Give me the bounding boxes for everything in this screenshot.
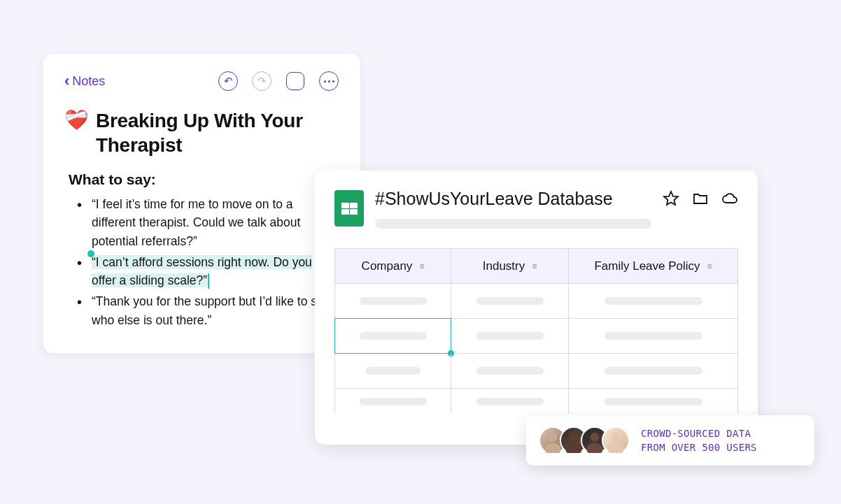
cloud-icon <box>721 190 738 207</box>
spreadsheet-grid[interactable]: Company≡ Industry≡ Family Leave Policy≡ <box>334 248 738 414</box>
cell-placeholder <box>476 367 544 375</box>
table-row[interactable] <box>335 319 737 354</box>
folder-icon <box>692 190 709 207</box>
sheet-menubar-placeholder <box>375 219 651 229</box>
cell-placeholder <box>605 297 702 305</box>
column-header-label: Company <box>362 259 413 273</box>
column-header-label: Industry <box>483 259 525 273</box>
table-row[interactable] <box>335 389 737 414</box>
selected-cell[interactable] <box>335 319 451 353</box>
ellipsis-icon <box>319 71 339 91</box>
svg-point-6 <box>586 443 602 453</box>
undo-button[interactable]: ↶ <box>218 71 239 92</box>
bullet-text: “I feel it’s time for me to move on to a… <box>92 195 339 250</box>
bullet-text-selected: “I can’t afford sessions right now. Do y… <box>92 253 339 290</box>
list-item[interactable]: “Thank you for the support but I’d like … <box>71 292 339 329</box>
note-title: ❤️‍🩹 Breaking Up With Your Therapist <box>64 108 339 157</box>
star-button[interactable] <box>663 190 679 207</box>
column-header-label: Family Leave Policy <box>594 259 700 273</box>
cell-placeholder <box>366 367 420 375</box>
svg-point-8 <box>607 443 623 453</box>
list-item[interactable]: “I can’t afford sessions right now. Do y… <box>71 253 339 290</box>
chevron-left-icon: ‹ <box>64 73 69 89</box>
note-title-text[interactable]: Breaking Up With Your Therapist <box>96 108 339 157</box>
sheet-title[interactable]: #ShowUsYourLeave Database <box>375 189 651 209</box>
text-caret-icon <box>208 273 209 289</box>
column-header-industry[interactable]: Industry≡ <box>451 249 569 283</box>
sheet-header: #ShowUsYourLeave Database <box>334 189 738 229</box>
svg-point-4 <box>565 443 581 453</box>
filter-icon[interactable]: ≡ <box>707 261 712 271</box>
svg-point-7 <box>612 433 621 442</box>
cell-placeholder <box>476 332 544 340</box>
avatar-stack <box>539 426 630 454</box>
crowd-text-line2: FROM OVER 500 USERS <box>641 440 757 454</box>
cell-placeholder <box>360 398 427 405</box>
crowd-text-line1: CROWD-SOURCED DATA <box>641 426 757 440</box>
person-icon <box>603 428 628 453</box>
notes-toolbar: ‹ Notes ↶ ↷ <box>64 69 339 93</box>
share-icon <box>286 72 304 90</box>
avatar <box>602 426 630 454</box>
redo-icon: ↷ <box>257 75 267 87</box>
svg-point-5 <box>591 433 600 442</box>
svg-point-1 <box>549 433 558 442</box>
column-header-policy[interactable]: Family Leave Policy≡ <box>569 249 737 283</box>
svg-point-3 <box>570 433 579 442</box>
notes-app-card: ‹ Notes ↶ ↷ ❤️‍🩹 Breaking Up With Your T… <box>43 54 360 353</box>
filter-icon[interactable]: ≡ <box>532 261 537 271</box>
crowd-badge-text: CROWD-SOURCED DATA FROM OVER 500 USERS <box>641 426 757 455</box>
bullet-text: “Thank you for the support but I’d like … <box>92 292 339 329</box>
star-icon <box>663 190 679 207</box>
move-to-folder-button[interactable] <box>692 190 709 207</box>
note-subheading[interactable]: What to say: <box>69 171 339 188</box>
cell-placeholder <box>360 297 427 305</box>
back-button[interactable]: ‹ Notes <box>64 73 105 89</box>
table-row[interactable] <box>335 284 737 319</box>
more-button[interactable] <box>318 71 339 92</box>
svg-marker-0 <box>664 192 678 205</box>
list-item[interactable]: “I feel it’s time for me to move on to a… <box>71 195 339 250</box>
svg-point-2 <box>544 443 560 453</box>
cell-placeholder <box>605 332 702 340</box>
heart-bandage-emoji-icon: ❤️‍🩹 <box>64 108 89 132</box>
sheet-header-actions <box>663 190 738 207</box>
redo-button[interactable]: ↷ <box>251 71 272 92</box>
cell-placeholder <box>476 398 544 405</box>
note-bullet-list[interactable]: “I feel it’s time for me to move on to a… <box>64 195 339 329</box>
table-row[interactable] <box>335 354 737 389</box>
undo-icon: ↶ <box>224 75 233 87</box>
back-label: Notes <box>72 74 105 89</box>
google-sheets-icon <box>334 190 364 226</box>
cell-placeholder <box>605 398 702 405</box>
cell-placeholder <box>605 367 702 375</box>
spreadsheet-card: #ShowUsYourLeave Database Company≡ Indus… <box>315 171 758 445</box>
cloud-status-button[interactable] <box>721 190 738 207</box>
selection-start-handle-icon[interactable] <box>87 250 94 257</box>
cell-placeholder <box>476 297 544 305</box>
filter-icon[interactable]: ≡ <box>419 261 424 271</box>
crowd-sourced-badge: CROWD-SOURCED DATA FROM OVER 500 USERS <box>526 415 814 466</box>
table-header-row: Company≡ Industry≡ Family Leave Policy≡ <box>335 249 737 284</box>
share-button[interactable] <box>285 71 306 92</box>
cell-placeholder <box>360 332 427 340</box>
column-header-company[interactable]: Company≡ <box>335 249 451 283</box>
